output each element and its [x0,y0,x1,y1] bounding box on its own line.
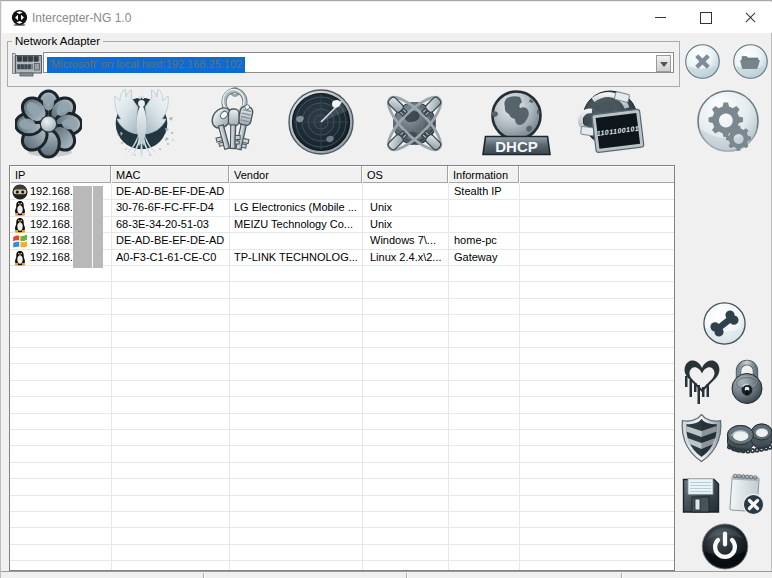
svg-text:DHCP: DHCP [495,138,538,155]
